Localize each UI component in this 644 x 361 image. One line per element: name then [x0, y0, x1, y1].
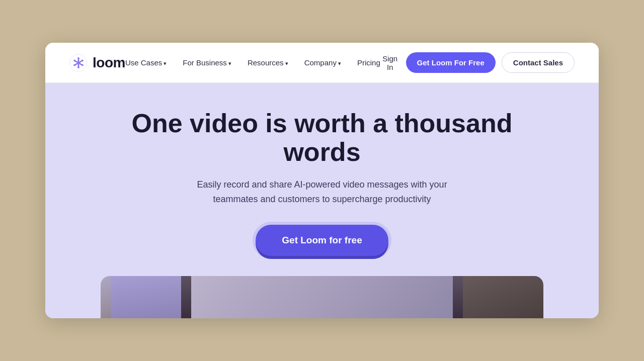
nav-item-resources[interactable]: Resources	[248, 58, 288, 67]
nav-item-for-business[interactable]: For Business	[183, 58, 231, 67]
svg-point-9	[73, 59, 75, 61]
hero-cta-button[interactable]: Get Loom for free	[256, 225, 388, 256]
contact-sales-button[interactable]: Contact Sales	[502, 52, 575, 73]
svg-point-7	[77, 66, 79, 68]
nav-actions: Sign In Get Loom For Free Contact Sales	[380, 52, 575, 73]
device-mockup	[181, 276, 463, 318]
loom-logo-icon	[69, 54, 88, 72]
svg-point-10	[77, 61, 80, 64]
hero-title: One video is worth a thousand words	[121, 109, 523, 166]
svg-point-5	[82, 59, 84, 61]
nav-item-pricing[interactable]: Pricing	[357, 58, 380, 67]
svg-point-8	[73, 64, 75, 66]
navbar: loom Use Cases For Business Resources Co…	[45, 43, 599, 83]
browser-window: loom Use Cases For Business Resources Co…	[45, 43, 599, 318]
nav-item-use-cases[interactable]: Use Cases	[125, 58, 167, 67]
svg-point-4	[77, 57, 79, 59]
get-loom-free-button[interactable]: Get Loom For Free	[406, 52, 496, 73]
hero-subtitle: Easily record and share AI-powered video…	[181, 177, 463, 207]
logo-text: loom	[93, 55, 125, 71]
signin-button[interactable]: Sign In	[380, 54, 400, 71]
nav-item-company[interactable]: Company	[304, 58, 341, 67]
svg-point-6	[82, 64, 84, 66]
logo-area[interactable]: loom	[69, 54, 125, 72]
hero-image-area	[101, 276, 543, 318]
device-screen	[191, 276, 453, 318]
nav-links: Use Cases For Business Resources Company…	[125, 58, 380, 67]
hero-section: One video is worth a thousand words Easi…	[45, 83, 599, 318]
